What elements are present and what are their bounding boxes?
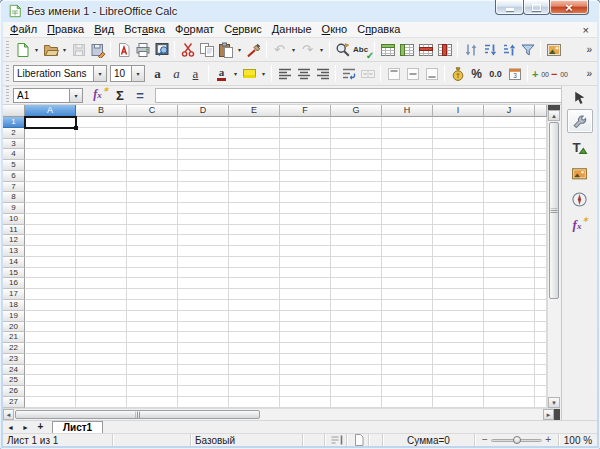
grid-cell[interactable] <box>280 171 331 182</box>
add-sheet-button[interactable]: + <box>33 422 48 432</box>
grid-cell[interactable] <box>25 332 76 343</box>
valign-center-button[interactable] <box>403 64 422 84</box>
align-right-button[interactable] <box>313 64 332 84</box>
grid-cell[interactable] <box>280 289 331 300</box>
font-color-button[interactable]: a <box>212 64 231 84</box>
column-header-I[interactable]: I <box>433 105 484 117</box>
grid-cell[interactable] <box>127 214 178 225</box>
grid-cell[interactable] <box>178 214 229 225</box>
grid-cell[interactable] <box>433 225 484 236</box>
status-section-zoom-slider[interactable]: −+ <box>475 434 559 446</box>
grid-cell[interactable] <box>76 300 127 311</box>
grid-cell[interactable] <box>127 160 178 171</box>
grid-cell[interactable] <box>76 203 127 214</box>
grid-cell[interactable] <box>433 257 484 268</box>
grid-cell[interactable] <box>178 397 229 408</box>
grid-cell[interactable] <box>178 171 229 182</box>
grid-cell[interactable] <box>76 354 127 365</box>
grid-cell[interactable] <box>76 365 127 376</box>
grid-cell[interactable] <box>127 397 178 408</box>
grid-cell[interactable] <box>331 171 382 182</box>
row-header-7[interactable]: 7 <box>3 182 25 193</box>
select-all-button[interactable] <box>3 105 25 117</box>
sidebar-tab-navigator[interactable] <box>567 187 593 211</box>
grid-cell[interactable] <box>484 171 535 182</box>
formula-input[interactable] <box>155 88 581 103</box>
grid-cell[interactable] <box>229 397 280 408</box>
grid-cell[interactable] <box>178 160 229 171</box>
grid-cell[interactable] <box>25 128 76 139</box>
grid-cell[interactable] <box>535 149 547 160</box>
grid-cell[interactable] <box>433 192 484 203</box>
toolbar-grip[interactable] <box>5 86 10 104</box>
grid-cell[interactable] <box>535 354 547 365</box>
grid-cell[interactable] <box>178 139 229 150</box>
align-center-button[interactable] <box>294 64 313 84</box>
grid-cell[interactable] <box>484 149 535 160</box>
row-header-15[interactable]: 15 <box>3 268 25 279</box>
grid-cell[interactable] <box>178 311 229 322</box>
undo-button[interactable]: ↶ <box>270 40 289 60</box>
sheet-tab-лист1[interactable]: Лист1 <box>52 421 103 433</box>
valign-top-button[interactable] <box>384 64 403 84</box>
grid-cell[interactable] <box>25 225 76 236</box>
grid-cell[interactable] <box>535 225 547 236</box>
row-header-22[interactable]: 22 <box>3 343 25 354</box>
grid-cell[interactable] <box>280 225 331 236</box>
merge-cells-button[interactable] <box>358 64 377 84</box>
grid-cell[interactable] <box>382 171 433 182</box>
grid-cell[interactable] <box>331 160 382 171</box>
grid-cell[interactable] <box>535 332 547 343</box>
grid-cell[interactable] <box>382 203 433 214</box>
undo-dropdown-button[interactable]: ▾ <box>289 40 298 60</box>
grid-cell[interactable] <box>382 397 433 408</box>
grid-cell[interactable] <box>433 343 484 354</box>
grid-cell[interactable] <box>76 386 127 397</box>
grid-cell[interactable] <box>127 246 178 257</box>
grid-cell[interactable] <box>331 322 382 333</box>
valign-bottom-button[interactable] <box>422 64 441 84</box>
grid-cell[interactable] <box>433 397 484 408</box>
grid-cell[interactable] <box>25 149 76 160</box>
horizontal-scrollbar[interactable]: ◄ ► <box>3 408 560 420</box>
grid-cell[interactable] <box>25 171 76 182</box>
grid-cell[interactable] <box>433 375 484 386</box>
grid-cell[interactable] <box>382 225 433 236</box>
grid-cell[interactable] <box>76 343 127 354</box>
grid-cell[interactable] <box>76 192 127 203</box>
font-name-dropdown[interactable]: ▾ <box>93 66 106 81</box>
row-header-16[interactable]: 16 <box>3 278 25 289</box>
grid-cell[interactable] <box>76 171 127 182</box>
status-section-selection-mode[interactable] <box>325 434 347 446</box>
grid-cell[interactable] <box>178 257 229 268</box>
grid-cell[interactable] <box>433 268 484 279</box>
grid-cell[interactable] <box>484 192 535 203</box>
underline-button[interactable]: a <box>186 64 205 84</box>
minimize-button[interactable] <box>495 0 524 15</box>
grid-cell[interactable] <box>433 203 484 214</box>
grid-cell[interactable] <box>280 139 331 150</box>
grid-cell[interactable] <box>382 278 433 289</box>
grid-cell[interactable] <box>331 203 382 214</box>
grid-cell[interactable] <box>127 268 178 279</box>
grid-cell[interactable] <box>535 278 547 289</box>
grid-cell[interactable] <box>433 300 484 311</box>
grid-cell[interactable] <box>25 365 76 376</box>
grid-cell[interactable] <box>25 278 76 289</box>
save-as-button[interactable] <box>88 40 107 60</box>
grid-cell[interactable] <box>178 149 229 160</box>
grid-cell[interactable] <box>178 117 229 128</box>
grid-cell[interactable] <box>535 289 547 300</box>
print-button[interactable] <box>133 40 152 60</box>
grid-cell[interactable] <box>127 149 178 160</box>
grid-cell[interactable] <box>331 354 382 365</box>
grid-cell[interactable] <box>331 300 382 311</box>
grid-cell[interactable] <box>484 354 535 365</box>
grid-cell[interactable] <box>280 160 331 171</box>
grid-cell[interactable] <box>280 386 331 397</box>
grid-cell[interactable] <box>178 246 229 257</box>
grid-cell[interactable] <box>178 225 229 236</box>
menu-сервис[interactable]: Сервис <box>219 22 267 37</box>
column-header-F[interactable]: F <box>280 105 331 117</box>
grid-cell[interactable] <box>280 117 331 128</box>
